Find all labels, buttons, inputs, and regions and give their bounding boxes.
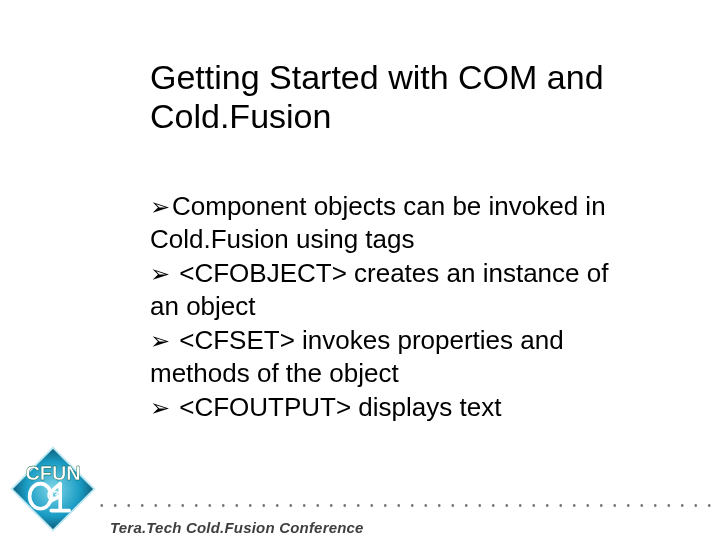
- svg-text:CFUN: CFUN: [26, 462, 81, 484]
- bullet-icon: ➢: [150, 394, 170, 421]
- slide-body: ➢Component objects can be invoked in Col…: [150, 190, 610, 426]
- bullet-icon: ➢: [150, 260, 170, 287]
- bullet-item: ➢ <CFOBJECT> creates an instance of an o…: [150, 257, 610, 322]
- bullet-item: ➢ <CFSET> invokes properties and methods…: [150, 324, 610, 389]
- svg-text:03: 03: [47, 489, 59, 501]
- slide-title: Getting Started with COM and Cold.Fusion: [150, 58, 610, 136]
- bullet-icon: ➢: [150, 327, 170, 354]
- bullet-item: ➢Component objects can be invoked in Col…: [150, 190, 610, 255]
- dotted-rule: ••••••••••••••••••••••••••••••••••••••••…: [100, 500, 720, 508]
- footer: ••••••••••••••••••••••••••••••••••••••••…: [0, 500, 720, 540]
- bullet-text: <CFOUTPUT> displays text: [172, 392, 501, 422]
- bullet-text: Component objects can be invoked in Cold…: [150, 191, 606, 254]
- slide: Getting Started with COM and Cold.Fusion…: [0, 0, 720, 540]
- bullet-text: <CFSET> invokes properties and methods o…: [150, 325, 564, 388]
- bullet-item: ➢ <CFOUTPUT> displays text: [150, 391, 610, 424]
- bullet-text: <CFOBJECT> creates an instance of an obj…: [150, 258, 608, 321]
- footer-text: Tera.Tech Cold.Fusion Conference: [110, 519, 364, 536]
- conference-logo-icon: CFUN 03: [8, 444, 98, 534]
- bullet-icon: ➢: [150, 193, 170, 220]
